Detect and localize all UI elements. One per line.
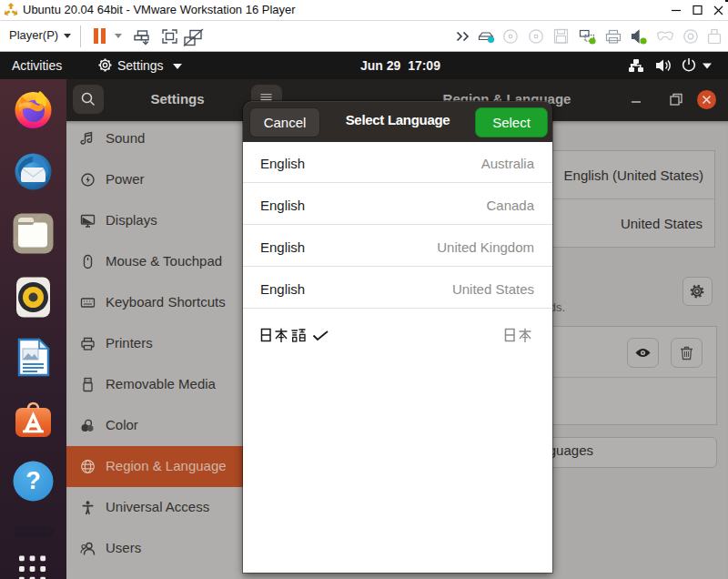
svg-text:?: ? — [25, 467, 41, 494]
